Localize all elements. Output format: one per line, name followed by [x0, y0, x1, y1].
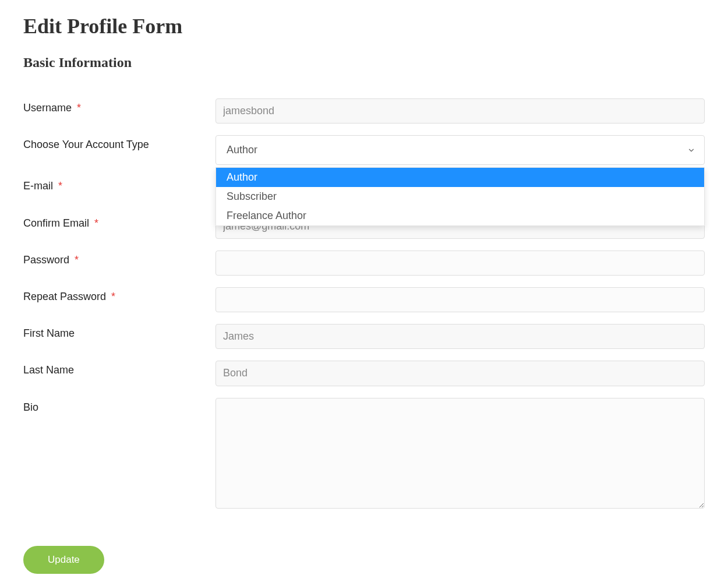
section-title: Basic Information — [23, 55, 705, 70]
label-last-name: Last Name — [23, 361, 215, 376]
label-account-type: Choose Your Account Type — [23, 135, 215, 151]
repeat-password-input[interactable] — [215, 287, 705, 312]
required-marker: * — [58, 180, 62, 192]
label-text: Last Name — [23, 364, 74, 376]
label-text: Username — [23, 102, 72, 114]
required-marker: * — [77, 102, 81, 114]
label-text: Repeat Password — [23, 291, 106, 302]
label-text: Bio — [23, 401, 38, 413]
update-button[interactable]: Update — [23, 546, 104, 574]
label-username: Username * — [23, 98, 215, 114]
row-first-name: First Name — [23, 324, 705, 349]
last-name-input[interactable] — [215, 361, 705, 386]
row-password: Password * — [23, 251, 705, 276]
row-last-name: Last Name — [23, 361, 705, 386]
row-bio: Bio — [23, 398, 705, 511]
label-first-name: First Name — [23, 324, 215, 340]
label-bio: Bio — [23, 398, 215, 414]
dropdown-option-author[interactable]: Author — [216, 168, 704, 187]
edit-profile-form: Username * Choose Your Account Type Auth… — [23, 98, 705, 574]
page-title: Edit Profile Form — [23, 14, 705, 38]
label-text: Confirm Email — [23, 217, 89, 229]
account-type-dropdown: Author Subscriber Freelance Author — [215, 167, 705, 226]
label-text: Password — [23, 254, 69, 266]
account-type-selected[interactable]: Author — [215, 135, 705, 165]
label-text: First Name — [23, 327, 75, 339]
row-repeat-password: Repeat Password * — [23, 287, 705, 312]
label-email: E-mail * — [23, 177, 215, 192]
label-text: Choose Your Account Type — [23, 139, 149, 150]
bio-textarea[interactable] — [215, 398, 705, 509]
label-repeat-password: Repeat Password * — [23, 287, 215, 303]
dropdown-option-subscriber[interactable]: Subscriber — [216, 187, 704, 206]
required-marker: * — [111, 291, 115, 302]
row-username: Username * — [23, 98, 705, 124]
label-text: E-mail — [23, 180, 53, 192]
row-account-type: Choose Your Account Type Author Author S… — [23, 135, 705, 165]
account-type-select[interactable]: Author Author Subscriber Freelance Autho… — [215, 135, 705, 165]
first-name-input[interactable] — [215, 324, 705, 349]
password-input[interactable] — [215, 251, 705, 276]
required-marker: * — [75, 254, 79, 266]
label-password: Password * — [23, 251, 215, 266]
username-input[interactable] — [215, 98, 705, 124]
required-marker: * — [94, 217, 98, 229]
label-confirm-email: Confirm Email * — [23, 214, 215, 230]
dropdown-option-freelance-author[interactable]: Freelance Author — [216, 206, 704, 225]
